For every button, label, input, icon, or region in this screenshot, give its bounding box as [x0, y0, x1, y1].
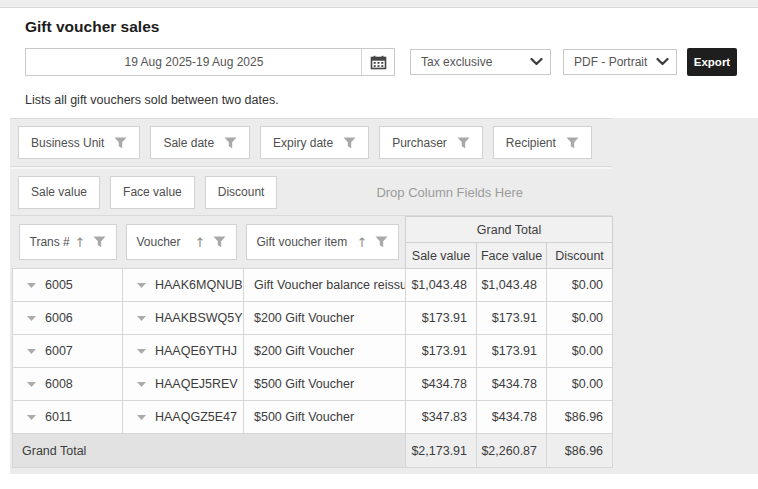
- voucher-code: HAAQE6YTHJ: [155, 344, 237, 358]
- export-format-select-wrap: PDF - Portrait: [563, 49, 677, 75]
- table-row: 6006HAAKBSWQ5Y$200 Gift Voucher$173.91$1…: [13, 302, 613, 335]
- grand-total-sale-value: $2,173.91: [406, 434, 477, 468]
- discount-cell: $0.00: [547, 302, 613, 335]
- grand-total-row: Grand Total $2,173.91 $2,260.87 $86.96: [13, 434, 613, 468]
- data-fields-band: Sale valueFace valueDiscount Drop Column…: [10, 167, 612, 216]
- table-row: 6005HAAK6MQNUBGift Voucher balance reiss…: [13, 269, 613, 302]
- trans-cell: 6011: [13, 401, 123, 434]
- data-field-face-value[interactable]: Face value: [110, 176, 195, 209]
- sale-value-cell: $347.83: [406, 401, 477, 434]
- export-format-select[interactable]: PDF - Portrait: [563, 49, 677, 75]
- sale-value-cell: $1,043.48: [406, 269, 477, 302]
- top-strip: [0, 0, 758, 8]
- funnel-icon[interactable]: [375, 236, 388, 248]
- discount-cell: $0.00: [547, 368, 613, 401]
- pivot-grid: Business UnitSale dateExpiry datePurchas…: [10, 118, 758, 474]
- sort-ascending-icon[interactable]: ↑: [75, 236, 86, 249]
- pivot-rows: 6005HAAK6MQNUBGift Voucher balance reiss…: [13, 269, 613, 434]
- field-label: Expiry date: [273, 136, 333, 150]
- page-title: Gift voucher sales: [25, 18, 159, 36]
- sale-value-cell: $173.91: [406, 335, 477, 368]
- row-fields-area: Trans #↑Voucher↑Gift voucher item↑: [13, 217, 406, 269]
- face-value-cell: $173.91: [477, 302, 547, 335]
- field-label: Sale date: [163, 136, 214, 150]
- face-value-cell: $434.78: [477, 368, 547, 401]
- filter-fields-band: Business UnitSale dateExpiry datePurchas…: [10, 119, 612, 167]
- funnel-icon: [457, 137, 470, 149]
- filter-fields: Business UnitSale dateExpiry datePurchas…: [18, 126, 602, 159]
- field-label: Gift voucher item: [257, 235, 348, 249]
- triangle-down-icon[interactable]: [27, 415, 36, 420]
- sale-value-cell: $434.78: [406, 368, 477, 401]
- table-row: 6008HAAQEJ5REV$500 Gift Voucher$434.78$4…: [13, 368, 613, 401]
- field-label: Discount: [218, 185, 265, 199]
- sort-ascending-icon[interactable]: ↑: [357, 236, 368, 249]
- gift-voucher-item-cell: Gift Voucher balance reissue: [244, 269, 406, 302]
- row-fields: Trans #↑Voucher↑Gift voucher item↑: [13, 224, 406, 260]
- discount-cell: $0.00: [547, 335, 613, 368]
- filter-field-expiry-date[interactable]: Expiry date: [260, 126, 369, 159]
- field-label: Sale value: [31, 185, 87, 199]
- row-field-trans[interactable]: Trans #↑: [19, 224, 117, 260]
- pivot-table: Trans #↑Voucher↑Gift voucher item↑ Grand…: [12, 216, 613, 468]
- filter-field-recipient[interactable]: Recipient: [493, 126, 592, 159]
- triangle-down-icon[interactable]: [137, 382, 146, 387]
- value-header-face-value: Face value: [477, 243, 547, 269]
- data-field-discount[interactable]: Discount: [205, 176, 278, 209]
- field-label: Face value: [123, 185, 182, 199]
- funnel-icon: [566, 137, 579, 149]
- triangle-down-icon[interactable]: [27, 316, 36, 321]
- trans-cell: 6007: [13, 335, 123, 368]
- trans-number: 6008: [45, 377, 73, 391]
- row-field-gift-voucher-item[interactable]: Gift voucher item↑: [246, 224, 399, 260]
- triangle-down-icon[interactable]: [27, 382, 36, 387]
- filter-field-sale-date[interactable]: Sale date: [150, 126, 250, 159]
- trans-number: 6011: [45, 410, 72, 424]
- voucher-cell: HAAQGZ5E47: [123, 401, 244, 434]
- column-fields-drop-zone[interactable]: Drop Column Fields Here: [287, 185, 612, 200]
- gift-voucher-item-cell: $500 Gift Voucher: [244, 368, 406, 401]
- trans-cell: 6006: [13, 302, 123, 335]
- sale-value-cell: $173.91: [406, 302, 477, 335]
- gift-voucher-item-cell: $200 Gift Voucher: [244, 302, 406, 335]
- triangle-down-icon[interactable]: [137, 283, 146, 288]
- field-label: Purchaser: [392, 136, 447, 150]
- face-value-cell: $173.91: [477, 335, 547, 368]
- trans-number: 6007: [45, 344, 73, 358]
- pivot-fields-area: Business UnitSale dateExpiry datePurchas…: [10, 118, 612, 216]
- trans-number: 6005: [45, 278, 73, 292]
- tax-mode-select-wrap: Tax exclusive: [410, 49, 551, 75]
- triangle-down-icon[interactable]: [27, 283, 36, 288]
- filter-field-purchaser[interactable]: Purchaser: [379, 126, 483, 159]
- date-range-input[interactable]: [26, 49, 394, 75]
- funnel-icon[interactable]: [93, 236, 106, 248]
- report-description: Lists all gift vouchers sold between two…: [25, 93, 279, 107]
- value-header-sale-value: Sale value: [406, 243, 477, 269]
- data-field-sale-value[interactable]: Sale value: [18, 176, 100, 209]
- triangle-down-icon[interactable]: [27, 349, 36, 354]
- funnel-icon: [114, 137, 127, 149]
- voucher-code: HAAQEJ5REV: [155, 377, 238, 391]
- date-range-field: [25, 48, 395, 76]
- tax-mode-select[interactable]: Tax exclusive: [410, 49, 551, 75]
- discount-cell: $0.00: [547, 269, 613, 302]
- filter-field-business-unit[interactable]: Business Unit: [18, 126, 140, 159]
- calendar-button[interactable]: [361, 49, 394, 75]
- grand-total-label: Grand Total: [13, 434, 406, 468]
- report-controls: Tax exclusive PDF - Portrait Export: [25, 48, 737, 76]
- triangle-down-icon[interactable]: [137, 316, 146, 321]
- triangle-down-icon[interactable]: [137, 349, 146, 354]
- voucher-cell: HAAKBSWQ5Y: [123, 302, 244, 335]
- triangle-down-icon[interactable]: [137, 415, 146, 420]
- export-button[interactable]: Export: [687, 48, 737, 76]
- field-label: Voucher: [137, 235, 181, 249]
- row-field-voucher[interactable]: Voucher↑: [126, 224, 237, 260]
- data-fields: Sale valueFace valueDiscount: [18, 176, 287, 209]
- voucher-cell: HAAQEJ5REV: [123, 368, 244, 401]
- gift-voucher-item-cell: $500 Gift Voucher: [244, 401, 406, 434]
- voucher-cell: HAAK6MQNUB: [123, 269, 244, 302]
- field-label: Trans #: [30, 235, 70, 249]
- sort-ascending-icon[interactable]: ↑: [195, 236, 206, 249]
- grand-total-column-header: Grand Total: [406, 217, 613, 243]
- funnel-icon[interactable]: [213, 236, 226, 248]
